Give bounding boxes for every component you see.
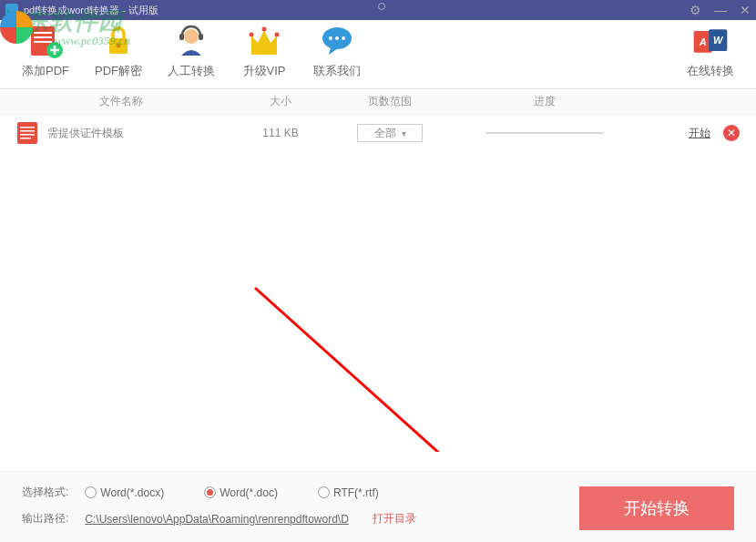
output-label: 输出路径: [22,511,68,527]
open-dir-link[interactable]: 打开目录 [373,511,416,527]
svg-rect-3 [34,41,52,43]
svg-line-27 [255,288,610,452]
svg-rect-24 [20,130,35,132]
crown-icon [244,23,284,59]
format-label: 选择格式: [22,485,68,500]
svg-rect-10 [251,50,277,55]
svg-point-6 [117,44,121,48]
add-pdf-icon [26,23,66,59]
svg-point-12 [262,27,267,32]
svg-rect-1 [34,32,52,34]
svg-text:W: W [713,35,724,46]
lock-icon [98,23,138,59]
pdf-word-icon: A W [690,23,730,59]
pdf-file-icon [16,121,38,145]
app-icon [5,4,18,16]
svg-point-15 [329,36,332,40]
contact-us-button[interactable]: 联系我们 [302,26,372,83]
svg-rect-23 [20,127,35,128]
header-progress: 进度 [444,94,645,109]
add-pdf-button[interactable]: 添加PDF [11,26,80,83]
online-convert-button[interactable]: A W 在线转换 [676,26,745,83]
svg-rect-9 [199,34,203,40]
close-icon[interactable]: ✕ [740,3,751,17]
toolbar: 添加PDF PDF解密 人工转换 [0,20,756,89]
output-path-link[interactable]: C:\Users\lenovo\AppData\Roaming\renrenpd… [85,513,348,526]
support-person-icon [171,23,211,59]
minimize-icon[interactable]: — [714,3,727,17]
start-convert-button[interactable]: 开始转换 [579,486,734,530]
page-range-select[interactable]: 全部 [357,124,423,142]
header-filename: 文件名称 [16,94,226,109]
remove-button[interactable]: ✕ [723,125,740,141]
window-title: pdf转换成word转换器 - 试用版 [24,4,690,17]
svg-rect-8 [179,34,184,40]
upgrade-vip-button[interactable]: 升级VIP [230,26,299,83]
header-size: 大小 [226,94,335,109]
annotation-arrow [246,279,665,452]
format-rtf-radio[interactable]: RTF(*.rtf) [318,486,379,499]
manual-convert-button[interactable]: 人工转换 [157,26,226,83]
footer: 选择格式: Word(*.docx) Word(*.doc) RTF(*.rtf… [0,471,756,542]
svg-rect-25 [20,134,35,136]
file-list-body: 需提供证件模板 111 KB 全部 开始 ✕ [0,115,756,452]
svg-rect-26 [20,138,31,139]
titlebar: pdf转换成word转换器 - 试用版 ⚙ — ✕ [0,0,756,20]
start-link[interactable]: 开始 [645,126,723,141]
chat-bubble-icon [317,23,357,59]
svg-point-11 [250,33,254,37]
format-docx-radio[interactable]: Word(*.docx) [85,486,164,499]
svg-point-13 [275,33,280,37]
file-list-header: 文件名称 大小 页数范围 进度 [0,89,756,115]
svg-text:A: A [699,36,707,47]
file-name: 需提供证件模板 [47,126,226,141]
settings-icon[interactable]: ⚙ [690,3,701,17]
file-progress [444,132,645,134]
titlebar-indicator [378,3,385,10]
svg-rect-22 [17,122,37,144]
svg-rect-2 [34,36,52,38]
pdf-decrypt-button[interactable]: PDF解密 [84,26,153,83]
file-size: 111 KB [226,127,335,139]
svg-point-7 [184,29,199,44]
svg-point-16 [335,36,339,40]
svg-point-17 [342,36,345,40]
format-doc-radio[interactable]: Word(*.doc) [204,486,278,499]
table-row: 需提供证件模板 111 KB 全部 开始 ✕ [0,115,756,151]
header-pages: 页数范围 [335,94,444,109]
